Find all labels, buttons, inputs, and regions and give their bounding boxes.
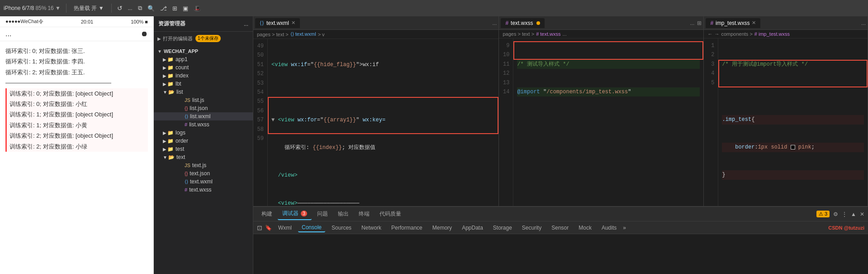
tab-code-quality[interactable]: 代码质量 (375, 208, 406, 220)
folder-list[interactable]: ▼ 📂 list (154, 88, 253, 96)
tab-debugger[interactable]: 调试器 3 (278, 208, 312, 220)
editor1-breadcrumb-file: ⟨⟩ text.wxml (290, 31, 316, 37)
nav-wxml-label: Wxml (278, 225, 292, 231)
copy-icon[interactable]: ⧉ (138, 5, 142, 12)
file-list-js[interactable]: JS list.js (154, 96, 253, 104)
phone-line-2: 循环索引: 2; 对应数据值: 王五. (5, 67, 148, 77)
nav-console[interactable]: Console (298, 223, 325, 232)
code-line-50 (271, 88, 495, 97)
code3-line-5: } (722, 170, 864, 179)
separator2 (111, 4, 112, 13)
phone-wechat-bar: ... ⏺ (0, 27, 153, 41)
wxss-icon-list: # (185, 122, 187, 127)
nav-network[interactable]: Network (358, 224, 385, 232)
phone-content: 循环索引: 0; 对应数据值: 张三. 循环索引: 1; 对应数据值: 李四. … (0, 41, 153, 274)
wechat-record[interactable]: ⏺ (141, 30, 148, 38)
code2-line-14 (517, 198, 700, 206)
editor3-code-lines[interactable]: /* 用于测试@import导入样式 */ .imp_test{ border:… (718, 38, 868, 206)
file-list-wxml[interactable]: ⟨⟩ list.wxml (154, 112, 253, 120)
tab-output[interactable]: 输出 (333, 208, 353, 220)
tab-text-wxml[interactable]: ⟨⟩ text.wxml ✕ (255, 18, 300, 28)
forward-btn[interactable]: → (714, 31, 719, 37)
back-btn[interactable]: ← (707, 31, 712, 37)
folder-index[interactable]: ▶ 📁 index (154, 72, 253, 80)
unsaved-dot (536, 21, 540, 25)
editor2-body: 91011121314 /* 测试导入样式 */ @import "/compo… (499, 38, 703, 206)
nav-wxml[interactable]: Wxml (275, 224, 295, 232)
open-editors-header[interactable]: ▶ 打开的编辑器 1个未保存 (154, 34, 253, 43)
window-icon[interactable]: ▣ (183, 5, 188, 12)
nav-network-label: Network (361, 225, 381, 231)
folder-label-app1: app1 (175, 56, 188, 62)
folder-app1[interactable]: ▶ 📁 app1 (154, 55, 253, 63)
nav-sensor[interactable]: Sensor (548, 224, 572, 232)
phone-line-0: 循环索引: 0; 对应数据值: 张三. (5, 46, 148, 56)
device-selector[interactable]: iPhone 6/7/8 85% 16 ▼ (4, 5, 61, 11)
settings-btn[interactable]: ⚙ (833, 211, 838, 217)
hat-icon[interactable]: 🎩 (194, 5, 201, 12)
tab-terminal[interactable]: 终端 (354, 208, 374, 220)
code-line-53: /view> (271, 171, 495, 180)
nav-audits[interactable]: Audits (598, 224, 620, 232)
refresh-icon[interactable]: ↺ (117, 5, 123, 12)
tab-build[interactable]: 构建 (257, 208, 277, 220)
nav-security[interactable]: Security (518, 224, 545, 232)
code-line-54: <view>——————————————————— (271, 199, 495, 206)
nav-appdata[interactable]: AppData (458, 224, 487, 232)
nav-performance[interactable]: Performance (388, 224, 426, 232)
tab-imp-wxss[interactable]: # imp_test.wxss ✕ (706, 18, 760, 28)
editor1-more-btn[interactable]: ... (492, 20, 497, 26)
nav-mock[interactable]: Mock (575, 224, 595, 232)
grid-icon[interactable]: ⊞ (172, 5, 177, 12)
split-editor-icon[interactable]: ⊞ (697, 20, 702, 26)
close-tab-text-wxml[interactable]: ✕ (291, 20, 295, 26)
file-list-json[interactable]: {} list.json (154, 104, 253, 112)
more-devtools-btn[interactable]: ⋮ (842, 211, 847, 217)
folder-order[interactable]: ▶ 📁 order (154, 137, 253, 145)
nav-memory[interactable]: Memory (429, 224, 455, 232)
editor2-code-lines[interactable]: /* 测试导入样式 */ @import "/components/imp_te… (513, 38, 703, 206)
code-line-49: <view wx:if="{{hide_flag}}">wx:if (271, 60, 495, 69)
arrow-order: ▶ (163, 139, 166, 144)
folder-logs[interactable]: ▶ 📁 logs (154, 129, 253, 137)
chevron-right-icon: ▶ (157, 36, 161, 41)
editor2-more-btn[interactable]: ... (690, 20, 694, 26)
tab-text-wxss[interactable]: # text.wxss (501, 18, 545, 28)
explorer-more-btn[interactable]: ... (244, 21, 248, 27)
wechat-dots[interactable]: ... (5, 30, 11, 38)
hotreload-btn[interactable]: 热量载 开 ▼ (72, 4, 106, 13)
search-icon[interactable]: 🔍 (147, 5, 155, 12)
wechat-app-header[interactable]: ▼ WECHAT_APP (154, 47, 253, 55)
branch-icon[interactable]: ⎇ (160, 5, 167, 12)
editor3-more-btn[interactable]: ... (861, 20, 866, 26)
file-text-json[interactable]: {} text.json (154, 169, 253, 178)
nav-overflow-btn[interactable]: » (623, 225, 626, 231)
editors-row: ⟨⟩ text.wxml ✕ ... pages > text > ⟨⟩ tex… (253, 16, 868, 206)
editor1-line-numbers: 4950515253545556575859 (253, 39, 268, 206)
close-devtools-btn[interactable]: ✕ (860, 211, 864, 217)
arrow-app1: ▶ (163, 57, 166, 62)
close-tab-imp-wxss[interactable]: ✕ (752, 20, 756, 26)
file-text-wxss[interactable]: # text.wxss (154, 186, 253, 194)
main-area: ●●●●●WeChat令 20:01 100% ■ ... ⏺ 循环索引: 0;… (0, 16, 868, 274)
file-text-js[interactable]: JS text.js (154, 161, 253, 169)
phone-line-4: 训练索引: 0; 对应数据值: [object Object] (9, 88, 148, 99)
folder-lbt[interactable]: ▶ 📁 lbt (154, 80, 253, 88)
file-list-wxss[interactable]: # list.wxss (154, 120, 253, 129)
editor1-code-lines[interactable]: <view wx:if="{{hide_flag}}">wx:if ▼ <vie… (268, 39, 498, 206)
nav-storage[interactable]: Storage (489, 224, 516, 232)
devtools-content (253, 234, 868, 274)
nav-sources[interactable]: Sources (328, 224, 355, 232)
arrow-logs: ▶ (163, 130, 166, 135)
file-label-text-wxml: text.wxml (190, 178, 213, 185)
folder-count[interactable]: ▶ 📁 count (154, 63, 253, 72)
explorer-title: 资源管理器 (158, 20, 185, 28)
phone-panel: ●●●●●WeChat令 20:01 100% ■ ... ⏺ 循环索引: 0;… (0, 16, 154, 274)
device-instance: 16 ▼ (47, 5, 61, 11)
expand-btn[interactable]: ▲ (851, 211, 856, 217)
folder-text[interactable]: ▼ 📂 text (154, 153, 253, 161)
folder-test[interactable]: ▶ 📁 test (154, 145, 253, 153)
more-icon[interactable]: ... (128, 5, 133, 11)
tab-problems[interactable]: 问题 (313, 208, 332, 220)
file-text-wxml[interactable]: ⟨⟩ text.wxml (154, 178, 253, 186)
